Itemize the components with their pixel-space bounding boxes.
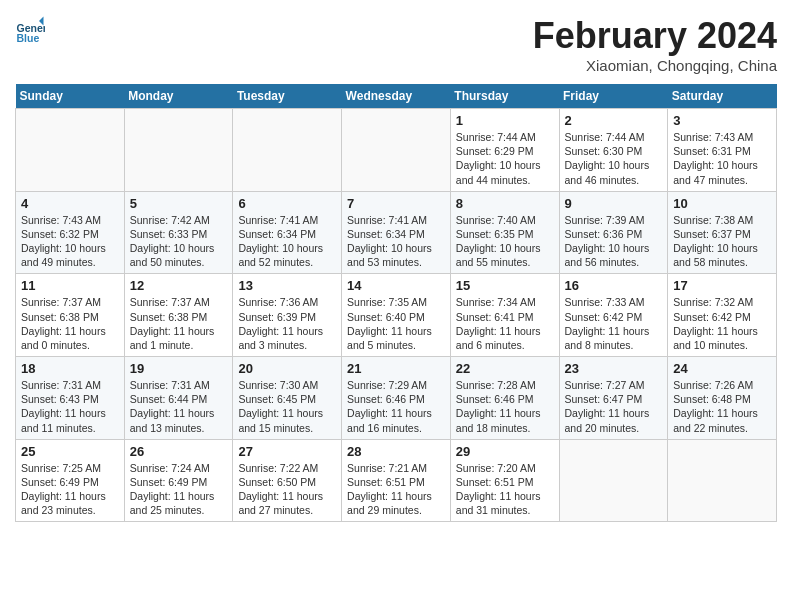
logo-icon: General Blue xyxy=(15,15,45,45)
day-info: Sunrise: 7:43 AM Sunset: 6:31 PM Dayligh… xyxy=(673,130,771,187)
day-info: Sunrise: 7:38 AM Sunset: 6:37 PM Dayligh… xyxy=(673,213,771,270)
day-info: Sunrise: 7:31 AM Sunset: 6:44 PM Dayligh… xyxy=(130,378,228,435)
calendar-cell: 17Sunrise: 7:32 AM Sunset: 6:42 PM Dayli… xyxy=(668,274,777,357)
calendar-cell: 7Sunrise: 7:41 AM Sunset: 6:34 PM Daylig… xyxy=(342,191,451,274)
day-info: Sunrise: 7:43 AM Sunset: 6:32 PM Dayligh… xyxy=(21,213,119,270)
day-info: Sunrise: 7:25 AM Sunset: 6:49 PM Dayligh… xyxy=(21,461,119,518)
calendar-cell: 6Sunrise: 7:41 AM Sunset: 6:34 PM Daylig… xyxy=(233,191,342,274)
day-number: 1 xyxy=(456,113,554,128)
calendar-cell: 14Sunrise: 7:35 AM Sunset: 6:40 PM Dayli… xyxy=(342,274,451,357)
calendar-cell: 21Sunrise: 7:29 AM Sunset: 6:46 PM Dayli… xyxy=(342,357,451,440)
calendar-cell: 25Sunrise: 7:25 AM Sunset: 6:49 PM Dayli… xyxy=(16,439,125,522)
col-header-tuesday: Tuesday xyxy=(233,84,342,109)
day-number: 24 xyxy=(673,361,771,376)
calendar-cell: 3Sunrise: 7:43 AM Sunset: 6:31 PM Daylig… xyxy=(668,109,777,192)
day-number: 14 xyxy=(347,278,445,293)
calendar-cell: 13Sunrise: 7:36 AM Sunset: 6:39 PM Dayli… xyxy=(233,274,342,357)
day-number: 17 xyxy=(673,278,771,293)
day-number: 9 xyxy=(565,196,663,211)
day-info: Sunrise: 7:39 AM Sunset: 6:36 PM Dayligh… xyxy=(565,213,663,270)
calendar-cell: 10Sunrise: 7:38 AM Sunset: 6:37 PM Dayli… xyxy=(668,191,777,274)
day-number: 27 xyxy=(238,444,336,459)
col-header-sunday: Sunday xyxy=(16,84,125,109)
day-info: Sunrise: 7:42 AM Sunset: 6:33 PM Dayligh… xyxy=(130,213,228,270)
calendar-cell: 26Sunrise: 7:24 AM Sunset: 6:49 PM Dayli… xyxy=(124,439,233,522)
calendar-cell xyxy=(124,109,233,192)
calendar-cell: 2Sunrise: 7:44 AM Sunset: 6:30 PM Daylig… xyxy=(559,109,668,192)
col-header-monday: Monday xyxy=(124,84,233,109)
day-info: Sunrise: 7:37 AM Sunset: 6:38 PM Dayligh… xyxy=(21,295,119,352)
calendar-cell: 4Sunrise: 7:43 AM Sunset: 6:32 PM Daylig… xyxy=(16,191,125,274)
day-number: 12 xyxy=(130,278,228,293)
day-info: Sunrise: 7:31 AM Sunset: 6:43 PM Dayligh… xyxy=(21,378,119,435)
day-info: Sunrise: 7:40 AM Sunset: 6:35 PM Dayligh… xyxy=(456,213,554,270)
col-header-saturday: Saturday xyxy=(668,84,777,109)
calendar-cell: 19Sunrise: 7:31 AM Sunset: 6:44 PM Dayli… xyxy=(124,357,233,440)
calendar-cell: 5Sunrise: 7:42 AM Sunset: 6:33 PM Daylig… xyxy=(124,191,233,274)
day-number: 5 xyxy=(130,196,228,211)
day-info: Sunrise: 7:36 AM Sunset: 6:39 PM Dayligh… xyxy=(238,295,336,352)
day-number: 8 xyxy=(456,196,554,211)
col-header-thursday: Thursday xyxy=(450,84,559,109)
calendar-table: SundayMondayTuesdayWednesdayThursdayFrid… xyxy=(15,84,777,522)
day-info: Sunrise: 7:37 AM Sunset: 6:38 PM Dayligh… xyxy=(130,295,228,352)
day-info: Sunrise: 7:32 AM Sunset: 6:42 PM Dayligh… xyxy=(673,295,771,352)
calendar-cell: 20Sunrise: 7:30 AM Sunset: 6:45 PM Dayli… xyxy=(233,357,342,440)
col-header-friday: Friday xyxy=(559,84,668,109)
calendar-cell: 23Sunrise: 7:27 AM Sunset: 6:47 PM Dayli… xyxy=(559,357,668,440)
day-number: 15 xyxy=(456,278,554,293)
day-number: 4 xyxy=(21,196,119,211)
title-block: February 2024 Xiaomian, Chongqing, China xyxy=(533,15,777,74)
day-number: 6 xyxy=(238,196,336,211)
day-info: Sunrise: 7:27 AM Sunset: 6:47 PM Dayligh… xyxy=(565,378,663,435)
calendar-cell: 22Sunrise: 7:28 AM Sunset: 6:46 PM Dayli… xyxy=(450,357,559,440)
day-number: 25 xyxy=(21,444,119,459)
day-number: 21 xyxy=(347,361,445,376)
day-number: 26 xyxy=(130,444,228,459)
calendar-cell: 27Sunrise: 7:22 AM Sunset: 6:50 PM Dayli… xyxy=(233,439,342,522)
day-info: Sunrise: 7:41 AM Sunset: 6:34 PM Dayligh… xyxy=(347,213,445,270)
day-number: 28 xyxy=(347,444,445,459)
day-number: 22 xyxy=(456,361,554,376)
calendar-cell xyxy=(233,109,342,192)
col-header-wednesday: Wednesday xyxy=(342,84,451,109)
calendar-cell: 28Sunrise: 7:21 AM Sunset: 6:51 PM Dayli… xyxy=(342,439,451,522)
day-info: Sunrise: 7:20 AM Sunset: 6:51 PM Dayligh… xyxy=(456,461,554,518)
logo: General Blue xyxy=(15,15,45,45)
calendar-cell: 9Sunrise: 7:39 AM Sunset: 6:36 PM Daylig… xyxy=(559,191,668,274)
calendar-cell: 16Sunrise: 7:33 AM Sunset: 6:42 PM Dayli… xyxy=(559,274,668,357)
calendar-cell xyxy=(668,439,777,522)
calendar-cell: 11Sunrise: 7:37 AM Sunset: 6:38 PM Dayli… xyxy=(16,274,125,357)
svg-text:Blue: Blue xyxy=(17,32,40,44)
day-info: Sunrise: 7:26 AM Sunset: 6:48 PM Dayligh… xyxy=(673,378,771,435)
day-number: 20 xyxy=(238,361,336,376)
day-number: 7 xyxy=(347,196,445,211)
day-info: Sunrise: 7:44 AM Sunset: 6:30 PM Dayligh… xyxy=(565,130,663,187)
day-number: 2 xyxy=(565,113,663,128)
day-info: Sunrise: 7:21 AM Sunset: 6:51 PM Dayligh… xyxy=(347,461,445,518)
day-info: Sunrise: 7:30 AM Sunset: 6:45 PM Dayligh… xyxy=(238,378,336,435)
day-number: 23 xyxy=(565,361,663,376)
calendar-cell xyxy=(342,109,451,192)
day-number: 16 xyxy=(565,278,663,293)
day-number: 10 xyxy=(673,196,771,211)
calendar-cell: 18Sunrise: 7:31 AM Sunset: 6:43 PM Dayli… xyxy=(16,357,125,440)
day-info: Sunrise: 7:44 AM Sunset: 6:29 PM Dayligh… xyxy=(456,130,554,187)
day-info: Sunrise: 7:24 AM Sunset: 6:49 PM Dayligh… xyxy=(130,461,228,518)
day-number: 3 xyxy=(673,113,771,128)
day-info: Sunrise: 7:41 AM Sunset: 6:34 PM Dayligh… xyxy=(238,213,336,270)
day-number: 18 xyxy=(21,361,119,376)
day-info: Sunrise: 7:29 AM Sunset: 6:46 PM Dayligh… xyxy=(347,378,445,435)
day-number: 11 xyxy=(21,278,119,293)
location-subtitle: Xiaomian, Chongqing, China xyxy=(533,57,777,74)
day-info: Sunrise: 7:28 AM Sunset: 6:46 PM Dayligh… xyxy=(456,378,554,435)
page-header: General Blue February 2024 Xiaomian, Cho… xyxy=(15,15,777,74)
calendar-cell: 12Sunrise: 7:37 AM Sunset: 6:38 PM Dayli… xyxy=(124,274,233,357)
month-title: February 2024 xyxy=(533,15,777,57)
calendar-cell: 29Sunrise: 7:20 AM Sunset: 6:51 PM Dayli… xyxy=(450,439,559,522)
calendar-cell: 1Sunrise: 7:44 AM Sunset: 6:29 PM Daylig… xyxy=(450,109,559,192)
day-number: 29 xyxy=(456,444,554,459)
calendar-cell xyxy=(559,439,668,522)
calendar-cell xyxy=(16,109,125,192)
day-info: Sunrise: 7:22 AM Sunset: 6:50 PM Dayligh… xyxy=(238,461,336,518)
